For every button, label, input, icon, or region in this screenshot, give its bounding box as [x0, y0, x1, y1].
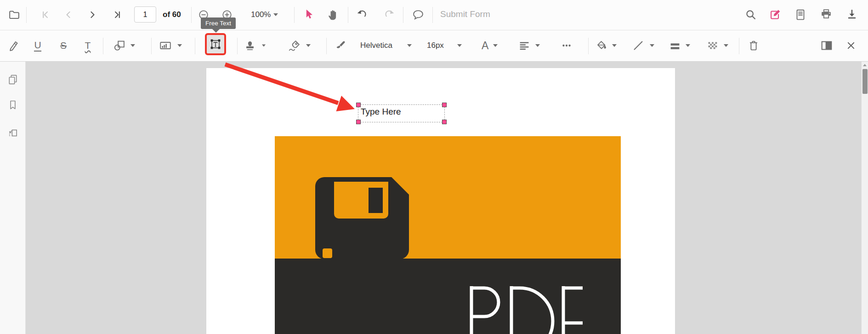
opacity-dropdown[interactable] — [705, 38, 728, 53]
strikeout-tool-button[interactable]: S — [56, 38, 71, 53]
delete-button[interactable] — [746, 38, 761, 53]
printer-icon — [819, 8, 833, 22]
search-icon — [744, 8, 758, 22]
first-page-button[interactable] — [38, 7, 53, 22]
first-page-icon — [39, 8, 52, 21]
paint-bucket-icon — [595, 39, 608, 52]
print-button[interactable] — [819, 7, 834, 22]
toolbar-divider — [195, 38, 195, 54]
chevron-down-icon — [493, 44, 498, 47]
view-controls-button[interactable] — [793, 7, 808, 22]
shapes-icon — [113, 39, 126, 52]
toolbar-divider — [191, 7, 192, 23]
thumbnails-panel-button[interactable] — [5, 71, 21, 88]
paint-brush-button[interactable] — [333, 38, 348, 53]
zoom-level-dropdown[interactable]: 100% — [251, 7, 278, 22]
scrollbar-thumb[interactable] — [862, 69, 868, 94]
chevron-right-icon — [86, 8, 99, 21]
line-icon — [631, 39, 645, 52]
outlines-icon — [7, 127, 19, 139]
text-color-dropdown[interactable]: A — [482, 38, 498, 53]
pdf-wordmark — [468, 285, 583, 334]
last-page-button[interactable] — [110, 7, 125, 22]
chevron-down-icon — [724, 44, 728, 47]
tooltip-arrow — [212, 29, 220, 33]
shapes-tool-dropdown[interactable] — [113, 38, 135, 53]
signature-tool-dropdown[interactable] — [288, 38, 311, 53]
more-options-button[interactable] — [559, 38, 574, 53]
cursor-icon — [302, 8, 316, 22]
document-viewport: Type Here — [26, 62, 861, 334]
page-number-input[interactable] — [134, 6, 156, 23]
squiggly-tool-button[interactable]: T — [80, 38, 95, 53]
tooltip-label: Free Text — [205, 20, 231, 27]
fill-color-dropdown[interactable] — [595, 38, 617, 53]
scroll-up-button[interactable] — [862, 62, 868, 68]
floppy-write-protect-tab — [323, 248, 332, 258]
previous-page-button[interactable] — [61, 7, 76, 22]
font-size-label: 16px — [427, 41, 444, 50]
search-button[interactable] — [743, 7, 758, 22]
underline-glyph: U — [34, 40, 41, 51]
toolbar-divider — [294, 7, 295, 23]
font-family-label: Helvetica — [360, 41, 392, 50]
redo-icon — [382, 8, 396, 22]
squiggly-glyph: T — [85, 40, 91, 51]
undo-button[interactable] — [355, 7, 370, 22]
vertical-scrollbar[interactable] — [861, 62, 868, 334]
toolbar-divider — [237, 38, 238, 54]
submit-form-button[interactable]: Submit Form — [440, 9, 490, 19]
comments-button[interactable] — [411, 7, 425, 22]
toolbar-divider — [26, 7, 27, 23]
text-align-dropdown[interactable] — [517, 38, 540, 53]
stroke-style-dropdown[interactable] — [631, 38, 654, 53]
stamp-tool-dropdown[interactable] — [243, 38, 266, 53]
select-tool-button[interactable] — [301, 7, 316, 22]
brush-icon — [334, 39, 347, 52]
floppy-label-window — [334, 182, 388, 219]
chevron-down-icon — [306, 44, 311, 47]
open-file-button[interactable] — [7, 7, 22, 22]
line-thickness-icon — [668, 39, 682, 52]
underline-tool-button[interactable]: U — [30, 38, 45, 53]
download-button[interactable] — [845, 7, 859, 22]
toolbar-divider — [739, 38, 739, 54]
notes-panel-toggle-button[interactable] — [819, 38, 834, 53]
font-family-dropdown[interactable]: Helvetica — [360, 38, 412, 53]
pan-tool-button[interactable] — [327, 7, 341, 22]
triangle-up-icon — [863, 64, 867, 66]
text-color-glyph: A — [482, 40, 488, 52]
measurement-tool-dropdown[interactable] — [159, 38, 182, 53]
selection-handle-sw[interactable] — [356, 120, 361, 124]
chevron-down-icon — [457, 44, 462, 47]
trash-icon — [747, 39, 760, 52]
speech-bubble-icon — [411, 8, 425, 22]
zoom-level-label: 100% — [251, 10, 271, 19]
chevron-down-icon — [535, 44, 540, 47]
close-toolbar-button[interactable] — [844, 38, 858, 53]
font-size-dropdown[interactable]: 16px — [427, 38, 462, 53]
next-page-button[interactable] — [85, 7, 100, 22]
stamp-icon — [243, 39, 257, 52]
edit-pencil-icon — [768, 8, 782, 22]
toolbar-divider — [403, 7, 403, 23]
annotation-text[interactable]: Type Here — [358, 105, 444, 117]
bookmarks-panel-button[interactable] — [5, 97, 21, 113]
edit-annotations-button[interactable] — [768, 7, 783, 22]
left-panel-bar — [0, 62, 26, 334]
opacity-checker-icon — [705, 39, 719, 52]
selection-handle-ne[interactable] — [442, 103, 447, 107]
toolbar-divider — [326, 38, 327, 54]
chevron-down-icon — [177, 44, 182, 47]
freehand-tool-button[interactable] — [6, 38, 21, 53]
outlines-panel-button[interactable] — [5, 125, 21, 141]
free-text-annotation[interactable]: Type Here — [358, 104, 445, 122]
measure-frame-icon — [159, 39, 172, 52]
selection-handle-se[interactable] — [442, 120, 447, 124]
redo-button[interactable] — [381, 7, 396, 22]
line-thickness-dropdown[interactable] — [668, 38, 690, 53]
selection-handle-nw[interactable] — [356, 103, 361, 107]
free-text-tool-button[interactable] — [205, 33, 226, 55]
chevron-down-icon — [650, 44, 654, 47]
pdf-viewer-app: of 60 100% — [0, 0, 868, 334]
